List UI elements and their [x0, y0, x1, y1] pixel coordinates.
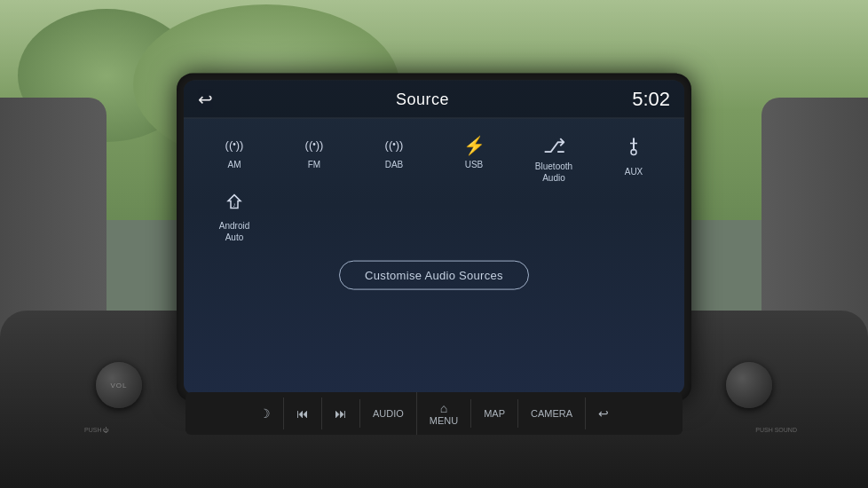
controls-strip: ☽ ⏮ ⏭ AUDIO ⌂ MENU MAP CAMERA ↩ [185, 392, 683, 435]
usb-label: USB [465, 159, 484, 170]
am-icon: ((•)) [224, 137, 245, 154]
dab-label: DAB [385, 159, 404, 170]
screen: ↩ Source 5:02 ((•)) AM [184, 81, 684, 395]
next-button[interactable]: ⏭ [321, 397, 359, 429]
moon-icon: ☽ [259, 406, 271, 421]
source-usb[interactable]: ⚡ USB [438, 137, 510, 184]
vol-knob[interactable]: VOL [96, 362, 142, 408]
screen-header: ↩ Source 5:02 [184, 81, 684, 119]
sound-push-label: PUSH SOUND [755, 427, 797, 433]
back-nav-icon: ↩ [598, 406, 609, 421]
dab-icon: ((•)) [383, 137, 405, 154]
camera-button[interactable]: CAMERA [517, 399, 585, 428]
fm-icon: ((•)) [304, 137, 325, 154]
prev-icon: ⏮ [296, 406, 309, 421]
vol-label: VOL [110, 382, 127, 390]
screen-bezel: ↩ Source 5:02 ((•)) AM [177, 74, 691, 402]
screen-container: ↩ Source 5:02 ((•)) AM [177, 74, 691, 402]
next-icon: ⏭ [335, 406, 347, 421]
menu-label: MENU [430, 415, 458, 426]
source-android-auto[interactable]: ♪ AndroidAuto [198, 193, 271, 243]
back-nav-button[interactable]: ↩ [585, 397, 621, 429]
menu-button[interactable]: ⌂ MENU [416, 392, 470, 435]
svg-text:((•)): ((•)) [385, 138, 404, 152]
source-bluetooth[interactable]: ⎇ BluetoothAudio [517, 137, 590, 184]
customise-audio-sources-button[interactable]: Customise Audio Sources [339, 261, 529, 290]
svg-text:♪: ♪ [233, 201, 236, 208]
bluetooth-label: BluetoothAudio [535, 161, 572, 184]
bluetooth-icon: ⎇ [543, 137, 565, 156]
clock-display: 5:02 [632, 88, 670, 111]
fm-label: FM [308, 159, 320, 170]
customise-btn-wrap: Customise Audio Sources [184, 243, 684, 308]
sound-knob[interactable] [726, 362, 772, 408]
android-auto-icon: ♪ [225, 193, 244, 216]
am-label: AM [228, 159, 241, 170]
android-auto-label: AndroidAuto [219, 220, 249, 243]
source-am[interactable]: ((•)) AM [198, 137, 271, 184]
source-grid-row2: ♪ AndroidAuto [184, 193, 684, 243]
svg-text:((•)): ((•)) [225, 138, 244, 152]
source-fm[interactable]: ((•)) FM [278, 137, 351, 184]
source-aux[interactable]: AUX [597, 137, 670, 184]
camera-label: CAMERA [531, 408, 572, 419]
screen-title: Source [396, 90, 449, 108]
usb-icon: ⚡ [463, 137, 485, 154]
vol-push-label: PUSH ⏻ [84, 427, 109, 433]
back-button[interactable]: ↩ [198, 89, 213, 110]
source-dab[interactable]: ((•)) DAB [358, 137, 430, 184]
map-label: MAP [484, 408, 505, 419]
aux-label: AUX [625, 166, 643, 177]
home-icon: ⌂ [430, 401, 458, 415]
svg-text:((•)): ((•)) [305, 138, 324, 152]
aux-icon [625, 137, 643, 161]
audio-label: AUDIO [373, 408, 404, 419]
media-toggle-button[interactable]: ☽ [247, 397, 283, 429]
map-button[interactable]: MAP [470, 399, 517, 428]
prev-button[interactable]: ⏮ [283, 397, 321, 429]
source-grid-row1: ((•)) AM ((•)) FM [184, 119, 684, 193]
audio-button[interactable]: AUDIO [359, 399, 416, 428]
